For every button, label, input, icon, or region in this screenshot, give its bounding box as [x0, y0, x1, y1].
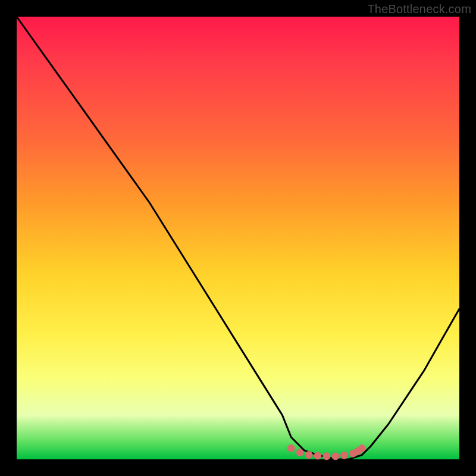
gradient-background	[17, 17, 459, 459]
chart-frame: TheBottleneck.com	[0, 0, 476, 476]
watermark-text: TheBottleneck.com	[367, 2, 471, 16]
